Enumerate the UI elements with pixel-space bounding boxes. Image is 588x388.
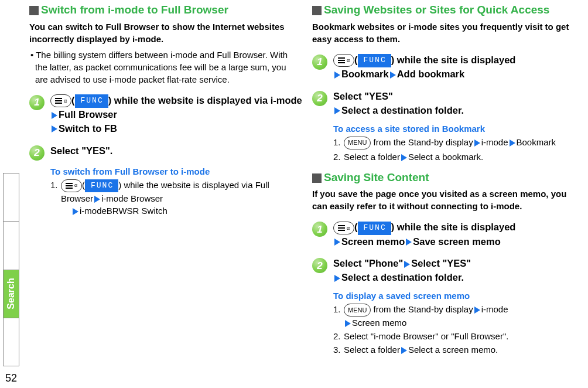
step-number-1: 1 [312,55,327,70]
tab-empty [3,318,19,366]
step: 2 Select "YES". [29,144,299,161]
step-number-2: 2 [312,91,327,106]
step: 1 α(FUNC) while the site is displayed Bo… [312,53,582,81]
section-title: Saving Site Content [324,171,429,185]
list-number: 3. [333,343,344,356]
list-number: 1. [50,179,61,217]
sub-title: To access a site stored in Bookmark [333,122,582,135]
content-columns: Switch from i-mode to Full Browser You c… [22,0,588,388]
section-intro: If you save the page once you visited as… [312,188,582,212]
section-head: Switch from i-mode to Full Browser [29,4,299,17]
square-bullet-icon [312,173,322,183]
step-body: Select "Phone"Select "YES" Select a dest… [333,257,582,285]
list-item: 1. MENU from the Stand-by displayi-modeS… [333,303,582,329]
imode-key-icon: α [61,179,82,192]
arrow-icon [334,72,340,79]
arrow-icon [73,208,78,215]
manual-page: Search 52 Switch from i-mode to Full Bro… [0,0,588,388]
tab-label: Search [6,278,16,309]
sub-list: 1. α(FUNC) while the website is displaye… [50,179,299,217]
sub-section: To switch from Full Browser to i-mode 1.… [29,165,299,217]
section-intro: Bookmark websites or i-mode sites you fr… [312,21,582,45]
list-item: 1. MENU from the Stand-by displayi-modeB… [333,136,582,149]
imode-key-icon: α [333,222,354,234]
tab-empty [3,221,19,269]
section-title: Switch from i-mode to Full Browser [41,4,228,17]
right-column: Saving Websites or Sites for Quick Acces… [305,0,588,388]
func-tag: FUNC [358,222,391,235]
arrow-icon [345,320,351,327]
arrow-icon [334,275,340,282]
step-number-1: 1 [312,222,327,237]
menu-key-icon: MENU [344,304,371,316]
step-body: α(FUNC) while the site is displayed Scre… [333,220,582,249]
arrow-icon [406,239,412,246]
list-number: 1. [333,303,344,329]
sub-list: 1. MENU from the Stand-by displayi-modeS… [333,303,582,356]
arrow-icon [474,307,480,314]
note-bullet: • The billing system differs between i-m… [29,49,299,86]
step-number-2: 2 [312,258,327,273]
tab-strip: Search [3,173,19,366]
list-number: 2. [333,151,344,163]
arrow-icon [404,261,410,268]
step-text: ) while the website is displayed via i-m… [108,95,302,105]
list-text: Select "i-mode Browser" or "Full Browser… [344,330,582,342]
left-column: Switch from i-mode to Full Browser You c… [22,0,305,388]
step-number-1: 1 [29,95,45,110]
section-head: Saving Site Content [312,171,582,185]
sub-section: To access a site stored in Bookmark 1. M… [312,122,582,163]
imode-key-icon: α [333,54,354,67]
arrow-icon [401,154,407,161]
section-intro: You can switch to Full Browser to show t… [29,21,299,45]
square-bullet-icon [312,6,322,15]
step-text: Switch to FB [59,123,117,134]
list-number: 1. [333,136,344,149]
imode-key-icon: α [50,94,71,107]
step: 1 α(FUNC) while the website is displayed… [29,94,299,136]
list-item: 2. Select "i-mode Browser" or "Full Brow… [333,330,582,342]
sub-list: 1. MENU from the Stand-by displayi-modeB… [333,136,582,163]
list-text: α(FUNC) while the website is displayed v… [61,179,299,217]
arrow-icon [510,139,515,147]
step-body: Select "YES". [50,144,299,161]
arrow-icon [401,347,407,354]
list-text: MENU from the Stand-by displayi-modeScre… [344,303,582,329]
step: 1 α(FUNC) while the site is displayed Sc… [312,220,582,249]
step-number-2: 2 [29,145,45,161]
list-item: 1. α(FUNC) while the website is displaye… [50,179,299,217]
square-bullet-icon [29,6,39,15]
step-body: α(FUNC) while the site is displayed Book… [333,53,582,81]
left-rail: Search 52 [0,0,22,388]
arrow-icon [474,139,480,147]
arrow-icon [334,239,340,246]
tab-search: Search [3,270,19,318]
arrow-icon [94,196,100,203]
step-text: Full Browser [59,109,117,120]
arrow-icon [52,112,57,119]
sub-section: To display a saved screen memo 1. MENU f… [312,290,582,356]
arrow-icon [334,107,340,114]
list-number: 2. [333,330,344,342]
list-item: 2. Select a folderSelect a bookmark. [333,151,582,163]
list-text: MENU from the Stand-by displayi-modeBook… [344,136,582,149]
sub-title: To display a saved screen memo [333,290,582,302]
list-item: 3. Select a folderSelect a screen memo. [333,343,582,356]
step-body: Select "YES" Select a destination folder… [333,90,582,118]
arrow-icon [52,125,57,132]
step: 2 Select "Phone"Select "YES" Select a de… [312,257,582,285]
note-text: The billing system differs between i-mod… [35,50,288,84]
list-text: Select a folderSelect a screen memo. [344,343,582,356]
func-tag: FUNC [85,179,118,192]
tab-empty [3,173,19,221]
func-tag: FUNC [75,94,108,108]
menu-key-icon: MENU [344,137,371,149]
sub-title: To switch from Full Browser to i-mode [50,165,299,178]
func-tag: FUNC [358,54,391,67]
section-head: Saving Websites or Sites for Quick Acces… [312,4,582,17]
arrow-icon [390,72,396,79]
section-title: Saving Websites or Sites for Quick Acces… [324,4,549,17]
step-body: α(FUNC) while the website is displayed v… [50,94,302,136]
step: 2 Select "YES" Select a destination fold… [312,90,582,118]
list-text: Select a folderSelect a bookmark. [344,151,582,163]
